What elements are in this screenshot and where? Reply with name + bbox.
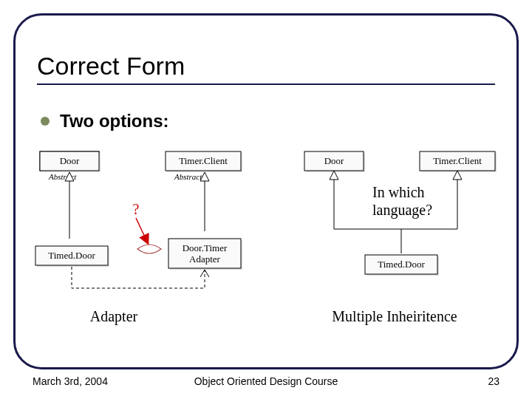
- footer-course: Object Oriented Design Course: [0, 375, 532, 387]
- slide-title: Correct Form: [37, 52, 495, 81]
- question-mark: ?: [133, 201, 140, 217]
- right-caption: Multiple Inheiritence: [332, 308, 457, 325]
- lens-icon: [137, 245, 161, 253]
- title-block: Correct Form: [37, 52, 495, 85]
- bullet-text: Two options:: [60, 111, 169, 132]
- right-timeddoor-label: Timed.Door: [378, 259, 425, 270]
- left-door-label: Door: [60, 155, 80, 166]
- bullet-icon: [41, 117, 50, 126]
- footer-page: 23: [488, 375, 499, 387]
- question-arrow: [136, 218, 148, 243]
- bullet-row: Two options:: [41, 111, 169, 132]
- left-adapter-box: Door.Timer Adapter: [168, 239, 242, 270]
- svg-text:Adapter: Adapter: [189, 253, 221, 265]
- right-door-label: Door: [324, 155, 344, 166]
- left-timerclient-stereo: Abstract: [174, 172, 202, 181]
- right-timerclient-label: Timer.Client: [433, 155, 482, 166]
- overlay-line2: language?: [372, 202, 432, 219]
- footer: March 3rd, 2004 Object Oriented Design C…: [0, 375, 532, 393]
- left-timeddoor-label: Timed.Door: [48, 250, 95, 261]
- left-caption: Adapter: [90, 308, 138, 325]
- title-underline: [37, 83, 495, 85]
- svg-text:Door.Timer: Door.Timer: [183, 242, 228, 253]
- left-timeddoor-box: Timed.Door: [35, 246, 109, 267]
- overlay-line1: In which: [372, 184, 425, 200]
- right-door-box: Door: [304, 151, 365, 172]
- right-timeddoor-box: Timed.Door: [365, 255, 439, 276]
- left-dependency: [72, 267, 209, 288]
- slide: Correct Form Two options: Door Abstract: [0, 0, 532, 399]
- diagram-svg: Door Abstract Timer.Client Abstract Time…: [25, 144, 507, 329]
- left-timerclient-label: Timer.Client: [179, 155, 228, 166]
- right-timerclient-box: Timer.Client: [420, 151, 497, 172]
